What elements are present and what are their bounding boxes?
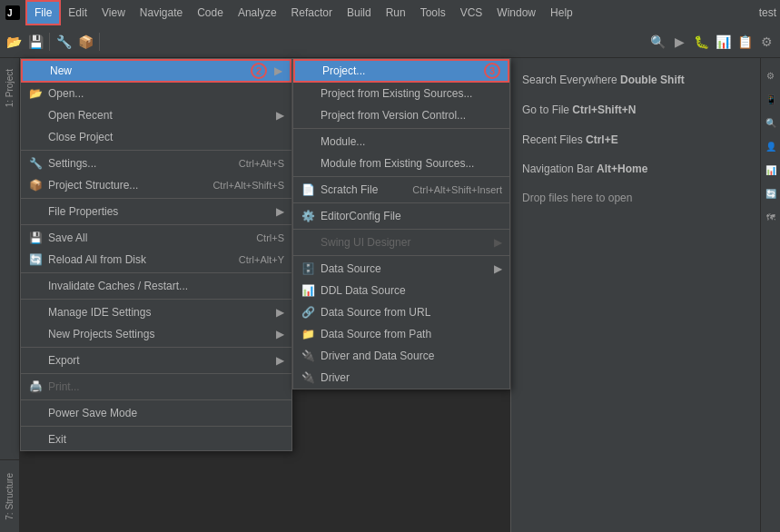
new-menu-editorconfig[interactable]: ⚙️ EditorConfig File <box>293 205 509 227</box>
menu-item-save-all[interactable]: 💾 Save All Ctrl+S <box>21 227 291 249</box>
right-panel-icon-1[interactable]: ⚙ <box>761 65 781 85</box>
menu-help[interactable]: Help <box>543 0 580 25</box>
menu-item-export-label: Export <box>48 354 269 367</box>
editorconfig-icon: ⚙️ <box>301 209 315 223</box>
info-nav-text: Navigation Bar <box>522 163 597 175</box>
new-menu-driver-source[interactable]: 🔌 Driver and Data Source <box>293 345 509 367</box>
structure-panel-tab[interactable]: 7: Structure <box>3 469 16 524</box>
menu-navigate[interactable]: Navigate <box>133 0 190 25</box>
menu-item-new-projects-settings[interactable]: New Projects Settings ▶ <box>21 323 291 345</box>
menu-vcs[interactable]: VCS <box>453 0 490 25</box>
menubar-right: test <box>759 6 776 19</box>
right-panel-icon-5[interactable]: 📊 <box>761 160 781 180</box>
save-all-icon: 💾 <box>28 231 43 245</box>
menu-item-file-properties[interactable]: File Properties ▶ <box>21 201 291 222</box>
new-menu-driver[interactable]: 🔌 Driver <box>293 367 509 389</box>
project-badge: 3 <box>484 63 500 79</box>
new-menu-project-existing[interactable]: Project from Existing Sources... <box>293 83 509 104</box>
new-menu-swing[interactable]: Swing UI Designer ▶ <box>293 232 509 253</box>
menu-item-open-recent[interactable]: Open Recent ▶ <box>21 104 291 126</box>
toolbar-settings-icon[interactable]: 🔧 <box>54 32 74 52</box>
close-project-icon <box>28 130 43 144</box>
menu-tools[interactable]: Tools <box>413 0 453 25</box>
right-panel-icon-6[interactable]: 🔄 <box>761 183 781 203</box>
data-source-icon: 🗄️ <box>301 261 315 276</box>
new-icon <box>30 64 44 78</box>
separator-2 <box>21 198 291 199</box>
menu-item-exit[interactable]: Exit <box>21 429 291 450</box>
new-projects-arrow-icon: ▶ <box>276 328 284 340</box>
toolbar-coverage-icon[interactable]: 📋 <box>735 32 755 52</box>
new-menu-path-source-label: Data Source from Path <box>321 328 502 340</box>
new-menu-module-label: Module... <box>321 135 502 148</box>
separator-4 <box>21 272 291 273</box>
toolbar-open-icon[interactable]: 📂 <box>4 32 24 52</box>
menu-item-manage-ide-label: Manage IDE Settings <box>48 306 269 319</box>
menu-item-reload[interactable]: 🔄 Reload All from Disk Ctrl+Alt+Y <box>21 249 291 271</box>
export-arrow-icon: ▶ <box>276 354 284 367</box>
toolbar-save-icon[interactable]: 💾 <box>25 32 45 52</box>
new-menu-ddl-source[interactable]: 📊 DDL Data Source <box>293 280 509 301</box>
menu-item-invalidate[interactable]: Invalidate Caches / Restart... <box>21 275 291 297</box>
export-icon <box>28 353 43 368</box>
new-menu-url-source[interactable]: 🔗 Data Source from URL <box>293 301 509 323</box>
toolbar: 📂 💾 🔧 📦 🔍 ▶ 🐛 📊 📋 ⚙ <box>0 25 780 58</box>
open-recent-arrow-icon: ▶ <box>276 109 284 122</box>
menu-item-power-save[interactable]: Power Save Mode <box>21 402 291 424</box>
menu-edit[interactable]: Edit <box>61 0 94 25</box>
invalidate-icon <box>28 279 43 293</box>
menu-item-new[interactable]: New 2 ▶ <box>21 59 291 83</box>
menu-item-new-projects-label: New Projects Settings <box>48 328 269 340</box>
new-menu-module[interactable]: Module... <box>293 131 509 153</box>
menu-run[interactable]: Run <box>379 0 413 25</box>
module-icon <box>301 134 315 149</box>
new-menu-data-source[interactable]: 🗄️ Data Source ▶ <box>293 258 509 280</box>
menu-window[interactable]: Window <box>489 0 543 25</box>
right-panel-icon-2[interactable]: 📱 <box>761 89 781 109</box>
toolbar-debug-icon[interactable]: 🐛 <box>691 32 711 52</box>
menu-code[interactable]: Code <box>190 0 231 25</box>
data-source-arrow-icon: ▶ <box>494 262 502 275</box>
menu-build[interactable]: Build <box>340 0 379 25</box>
separator-1 <box>21 150 291 151</box>
toolbar-more-icon[interactable]: ⚙ <box>756 32 776 52</box>
info-search-everywhere: Search Everywhere Double Shift <box>522 73 749 88</box>
exit-icon <box>28 432 43 447</box>
menu-item-settings[interactable]: 🔧 Settings... Ctrl+Alt+S <box>21 153 291 174</box>
toolbar-search-icon[interactable]: 🔍 <box>647 32 667 52</box>
menu-item-close-project[interactable]: Close Project <box>21 126 291 148</box>
right-panel-icon-4[interactable]: 👤 <box>761 136 781 156</box>
new-badge: 2 <box>251 63 267 79</box>
menu-item-print[interactable]: 🖨️ Print... <box>21 376 291 398</box>
separator-9 <box>21 426 291 427</box>
menu-analyze[interactable]: Analyze <box>231 0 284 25</box>
new-menu-module-existing[interactable]: Module from Existing Sources... <box>293 153 509 174</box>
content-area: New 2 ▶ 📂 Open... Open Recent ▶ Close Pr… <box>20 58 760 532</box>
menu-item-project-structure[interactable]: 📦 Project Structure... Ctrl+Alt+Shift+S <box>21 174 291 196</box>
toolbar-run-icon[interactable]: ▶ <box>669 32 689 52</box>
menu-refactor[interactable]: Refactor <box>284 0 340 25</box>
new-menu-project-vcs-label: Project from Version Control... <box>321 109 502 122</box>
new-menu-data-source-label: Data Source <box>321 262 487 275</box>
right-panel-icon-3[interactable]: 🔍 <box>761 113 781 133</box>
menu-file[interactable]: File <box>25 0 61 25</box>
menu-view[interactable]: View <box>94 0 133 25</box>
new-menu-project[interactable]: Project... 3 <box>293 59 509 83</box>
new-menu-project-vcs[interactable]: Project from Version Control... <box>293 104 509 126</box>
toolbar-profile-icon[interactable]: 📊 <box>713 32 733 52</box>
menu-item-export[interactable]: Export ▶ <box>21 350 291 371</box>
new-menu-path-source[interactable]: 📁 Data Source from Path <box>293 323 509 345</box>
settings-icon: 🔧 <box>28 156 43 171</box>
toolbar-separator-2 <box>99 33 100 51</box>
menu-item-manage-ide[interactable]: Manage IDE Settings ▶ <box>21 301 291 323</box>
info-drop-text: Drop files here to open <box>522 192 632 204</box>
right-panel-icon-7[interactable]: 🗺 <box>761 207 781 227</box>
new-menu-editorconfig-label: EditorConfig File <box>321 210 502 222</box>
toolbar-structure-icon[interactable]: 📦 <box>75 32 95 52</box>
menu-item-open[interactable]: 📂 Open... <box>21 83 291 104</box>
project-panel-tab[interactable]: 1: Project <box>3 65 16 111</box>
menu-item-save-all-label: Save All <box>48 232 256 244</box>
info-nav-bar: Navigation Bar Alt+Home <box>522 162 749 177</box>
new-sep-1 <box>293 128 509 129</box>
new-menu-scratch-file[interactable]: 📄 Scratch File Ctrl+Alt+Shift+Insert <box>293 179 509 201</box>
